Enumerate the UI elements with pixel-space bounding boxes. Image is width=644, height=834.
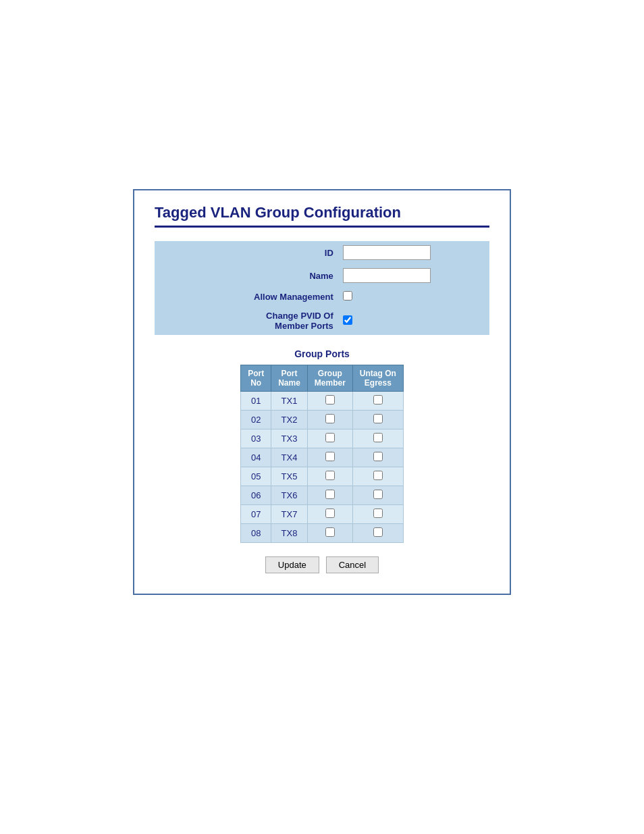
- ports-table: PortNo PortName GroupMember Untag OnEgre…: [240, 365, 404, 543]
- untag-on-egress-checkbox[interactable]: [373, 490, 383, 499]
- name-input-cell: [339, 264, 489, 287]
- untag-on-egress-cell: [352, 429, 403, 448]
- untag-on-egress-checkbox[interactable]: [373, 414, 383, 423]
- untag-on-egress-cell: [352, 467, 403, 486]
- allow-management-label: Allow Management: [155, 287, 339, 307]
- untag-on-egress-cell: [352, 505, 403, 524]
- group-member-cell: [307, 448, 352, 467]
- page-title: Tagged VLAN Group Configuration: [155, 204, 489, 228]
- allow-management-checkbox-cell: [339, 287, 489, 307]
- change-pvid-checkbox[interactable]: [343, 315, 352, 325]
- port-no-cell: 01: [241, 392, 271, 411]
- port-no-cell: 02: [241, 411, 271, 429]
- id-input-cell: [339, 241, 489, 264]
- table-row: 05TX5: [241, 467, 404, 486]
- main-container: Tagged VLAN Group Configuration ID Name …: [133, 189, 511, 595]
- untag-on-egress-cell: [352, 392, 403, 411]
- untag-on-egress-checkbox[interactable]: [373, 527, 383, 537]
- untag-on-egress-cell: [352, 448, 403, 467]
- change-pvid-row: Change PVID Of Member Ports: [155, 307, 489, 335]
- col-untag-on-egress: Untag OnEgress: [352, 365, 403, 392]
- port-no-cell: 05: [241, 467, 271, 486]
- name-label: Name: [155, 264, 339, 287]
- group-member-cell: [307, 392, 352, 411]
- ports-table-header: PortNo PortName GroupMember Untag OnEgre…: [241, 365, 404, 392]
- group-member-cell: [307, 429, 352, 448]
- untag-on-egress-checkbox[interactable]: [373, 471, 383, 480]
- untag-on-egress-checkbox[interactable]: [373, 433, 383, 442]
- group-member-cell: [307, 467, 352, 486]
- allow-management-checkbox[interactable]: [343, 291, 352, 301]
- change-pvid-checkbox-cell: [339, 307, 489, 335]
- group-member-checkbox[interactable]: [325, 471, 335, 480]
- button-row: Update Cancel: [155, 556, 489, 573]
- table-row: 01TX1: [241, 392, 404, 411]
- port-name-cell: TX5: [271, 467, 308, 486]
- group-member-checkbox[interactable]: [325, 490, 335, 499]
- name-input[interactable]: [343, 268, 431, 283]
- port-name-cell: TX4: [271, 448, 308, 467]
- table-row: 06TX6: [241, 486, 404, 505]
- port-name-cell: TX7: [271, 505, 308, 524]
- untag-on-egress-cell: [352, 411, 403, 429]
- port-name-cell: TX1: [271, 392, 308, 411]
- group-member-checkbox[interactable]: [325, 433, 335, 442]
- col-port-name: PortName: [271, 365, 308, 392]
- col-port-no: PortNo: [241, 365, 271, 392]
- port-name-cell: TX6: [271, 486, 308, 505]
- name-row: Name: [155, 264, 489, 287]
- group-member-checkbox[interactable]: [325, 509, 335, 518]
- update-button[interactable]: Update: [265, 556, 319, 573]
- id-label: ID: [155, 241, 339, 264]
- id-row: ID: [155, 241, 489, 264]
- untag-on-egress-checkbox[interactable]: [373, 452, 383, 461]
- group-member-cell: [307, 505, 352, 524]
- id-input[interactable]: [343, 245, 431, 260]
- cancel-button[interactable]: Cancel: [326, 556, 379, 573]
- change-pvid-label: Change PVID Of Member Ports: [155, 307, 339, 335]
- port-no-cell: 04: [241, 448, 271, 467]
- port-no-cell: 07: [241, 505, 271, 524]
- group-member-cell: [307, 486, 352, 505]
- allow-management-row: Allow Management: [155, 287, 489, 307]
- port-no-cell: 06: [241, 486, 271, 505]
- group-member-cell: [307, 411, 352, 429]
- port-name-cell: TX3: [271, 429, 308, 448]
- group-member-checkbox[interactable]: [325, 452, 335, 461]
- col-group-member: GroupMember: [307, 365, 352, 392]
- port-name-cell: TX8: [271, 524, 308, 543]
- port-no-cell: 03: [241, 429, 271, 448]
- group-member-checkbox[interactable]: [325, 395, 335, 405]
- group-member-cell: [307, 524, 352, 543]
- untag-on-egress-checkbox[interactable]: [373, 509, 383, 518]
- port-name-cell: TX2: [271, 411, 308, 429]
- table-row: 04TX4: [241, 448, 404, 467]
- table-row: 03TX3: [241, 429, 404, 448]
- group-member-checkbox[interactable]: [325, 414, 335, 423]
- untag-on-egress-cell: [352, 486, 403, 505]
- config-form-table: ID Name Allow Management Change PVID Of …: [155, 241, 489, 335]
- table-row: 08TX8: [241, 524, 404, 543]
- untag-on-egress-checkbox[interactable]: [373, 395, 383, 405]
- table-row: 02TX2: [241, 411, 404, 429]
- group-member-checkbox[interactable]: [325, 527, 335, 537]
- group-ports-title: Group Ports: [294, 348, 350, 359]
- untag-on-egress-cell: [352, 524, 403, 543]
- group-ports-section: Group Ports PortNo PortName GroupMember …: [155, 348, 489, 543]
- port-no-cell: 08: [241, 524, 271, 543]
- table-row: 07TX7: [241, 505, 404, 524]
